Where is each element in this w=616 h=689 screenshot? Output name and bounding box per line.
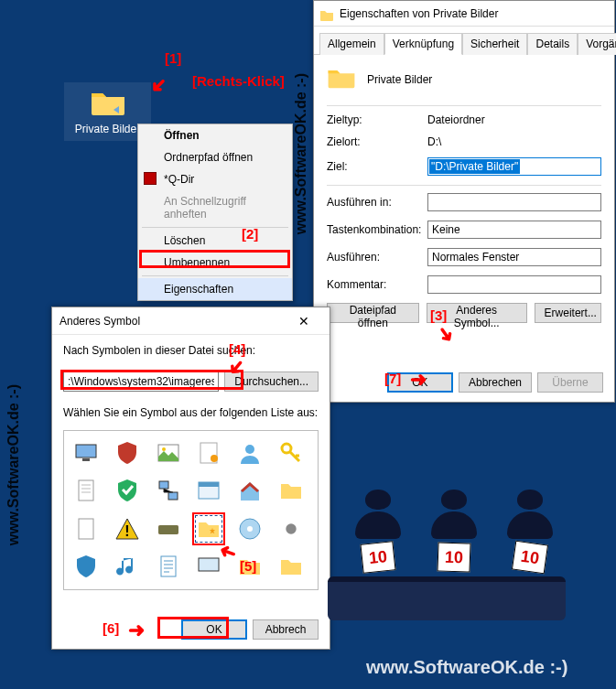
icon-folder3[interactable] xyxy=(275,550,308,583)
lbl-zieltyp: Zieltyp: xyxy=(327,113,427,126)
iconpick-title: Anderes Symbol xyxy=(59,315,140,328)
icon-shield-blue[interactable] xyxy=(70,550,103,583)
ctx-qdir[interactable]: *Q-Dir xyxy=(138,168,292,190)
lbl-comm: Kommentar: xyxy=(327,278,427,291)
val-zieltyp: Dateiordner xyxy=(427,113,601,126)
svg-rect-21 xyxy=(199,558,219,571)
icon-house[interactable] xyxy=(233,474,266,507)
close-icon[interactable]: ✕ xyxy=(286,314,322,328)
tab-general[interactable]: Allgemein xyxy=(319,33,384,55)
props-ok-button[interactable]: OK xyxy=(387,372,453,393)
val-zielort: D:\ xyxy=(427,135,601,148)
iconpick-cancel-button[interactable]: Abbrech xyxy=(253,619,319,640)
svg-point-6 xyxy=(245,445,254,454)
svg-rect-13 xyxy=(79,519,93,539)
tab-shortcut[interactable]: Verknüpfung xyxy=(384,33,462,55)
svg-point-19 xyxy=(286,523,296,533)
input-tkey[interactable] xyxy=(427,221,601,239)
ctx-sep-2 xyxy=(142,275,288,276)
icon-shield-red[interactable] xyxy=(111,436,144,469)
svg-point-18 xyxy=(247,526,253,532)
watermark-bottom: www.SoftwareOK.de :-) xyxy=(366,657,567,678)
input-comm[interactable] xyxy=(427,275,601,294)
svg-rect-0 xyxy=(76,445,96,458)
judges-desk xyxy=(328,576,566,620)
tab-previous[interactable]: Vorgängerversio xyxy=(578,33,616,55)
input-run[interactable] xyxy=(427,248,601,266)
judge-2: 10 xyxy=(424,490,483,572)
lbl-ziel: Ziel: xyxy=(327,160,427,173)
lbl-tkey: Tastenkombination: xyxy=(327,223,427,236)
svg-point-5 xyxy=(211,455,218,462)
svg-point-3 xyxy=(162,447,166,451)
ctx-rename[interactable]: Umbenennen xyxy=(138,252,292,274)
svg-rect-20 xyxy=(161,556,176,576)
svg-rect-10 xyxy=(168,492,178,500)
icon-folder-open[interactable] xyxy=(275,474,308,507)
icon-cert[interactable] xyxy=(192,436,225,469)
lbl-ausf: Ausführen in: xyxy=(327,196,427,209)
properties-title: Eigenschaften von Private Bilder xyxy=(340,7,498,20)
svg-text:!: ! xyxy=(124,523,129,539)
icon-music[interactable] xyxy=(111,550,144,583)
icon-doc2[interactable] xyxy=(70,512,103,545)
icon-shield-green[interactable] xyxy=(111,474,144,507)
iconpick-ok-button[interactable]: OK xyxy=(181,619,247,640)
btn-advanced[interactable]: Erweitert... xyxy=(535,303,601,323)
tab-security[interactable]: Sicherheit xyxy=(462,33,527,55)
icon-window[interactable] xyxy=(192,474,225,507)
watermark-left-1: www.SoftwareOK.de :-) xyxy=(5,384,22,545)
iconpick-path-input[interactable] xyxy=(63,371,219,392)
btn-open-path[interactable]: Dateipfad öffnen xyxy=(327,303,419,323)
ctx-delete[interactable]: Löschen xyxy=(138,230,292,252)
icon-monitor[interactable] xyxy=(70,436,103,469)
btn-change-icon[interactable]: Anderes Symbol... xyxy=(427,303,527,323)
ctx-sep-1 xyxy=(142,227,288,228)
properties-titlebar: Eigenschaften von Private Bilder xyxy=(314,1,614,27)
icon-picker-dialog: Anderes Symbol ✕ Nach Symbolen in dieser… xyxy=(51,307,330,650)
properties-dialog: Eigenschaften von Private Bilder Allgeme… xyxy=(313,0,615,403)
icon-key[interactable] xyxy=(275,436,308,469)
ctx-open[interactable]: Öffnen xyxy=(138,124,292,146)
judge-3: 10 xyxy=(500,490,559,572)
judges: 10 10 10 xyxy=(348,490,559,572)
titlebar-folder-icon xyxy=(319,6,334,21)
icon-disc[interactable] xyxy=(233,512,266,545)
lbl-run: Ausführen: xyxy=(327,251,427,264)
icon-doc-lines[interactable] xyxy=(152,550,185,583)
svg-rect-8 xyxy=(79,480,93,501)
icon-photo[interactable] xyxy=(152,436,185,469)
svg-rect-1 xyxy=(82,458,90,461)
icon-drive[interactable] xyxy=(152,512,185,545)
score-card: 10 xyxy=(437,542,470,572)
btn-browse[interactable]: Durchsuchen... xyxy=(224,371,319,392)
ctx-properties[interactable]: Eigenschaften xyxy=(138,278,292,300)
ctx-open-path[interactable]: Ordnerpfad öffnen xyxy=(138,146,292,168)
icon-network[interactable] xyxy=(152,474,185,507)
svg-rect-16 xyxy=(158,525,178,534)
anno-1: [1] xyxy=(165,50,181,66)
icon-user[interactable] xyxy=(233,436,266,469)
svg-point-7 xyxy=(282,444,291,453)
props-folder-icon xyxy=(327,66,356,92)
anno-rightclick: [Rechts-Klick] xyxy=(192,73,285,89)
watermark-mid: www.SoftwareOK.de :-) xyxy=(293,73,309,234)
icon-list[interactable]: ! xyxy=(63,430,319,590)
iconpick-choose-label: Wählen Sie ein Symbol aus der folgenden … xyxy=(52,397,330,425)
props-cancel-button[interactable]: Abbrechen xyxy=(459,372,532,393)
tab-details[interactable]: Details xyxy=(527,33,578,55)
icon-monitor2[interactable] xyxy=(192,550,225,583)
icon-folder2[interactable] xyxy=(233,550,266,583)
ctx-quickaccess[interactable]: An Schnellzugriff anheften xyxy=(138,190,292,225)
input-ausf[interactable] xyxy=(427,193,601,211)
score-card: 10 xyxy=(511,541,547,575)
icon-gear-sm[interactable] xyxy=(275,512,308,545)
icon-folder-star-selected[interactable] xyxy=(192,512,225,545)
icon-warning[interactable]: ! xyxy=(111,512,144,545)
icon-doc[interactable] xyxy=(70,474,103,507)
val-ziel[interactable]: "D:\Private Bilder" xyxy=(429,159,520,174)
props-apply-button[interactable]: Überne xyxy=(537,372,603,393)
context-menu: Öffnen Ordnerpfad öffnen *Q-Dir An Schne… xyxy=(137,124,293,301)
iconpick-search-label: Nach Symbolen in dieser Datei suchen: xyxy=(52,335,330,362)
judge-1: 10 xyxy=(348,490,407,572)
